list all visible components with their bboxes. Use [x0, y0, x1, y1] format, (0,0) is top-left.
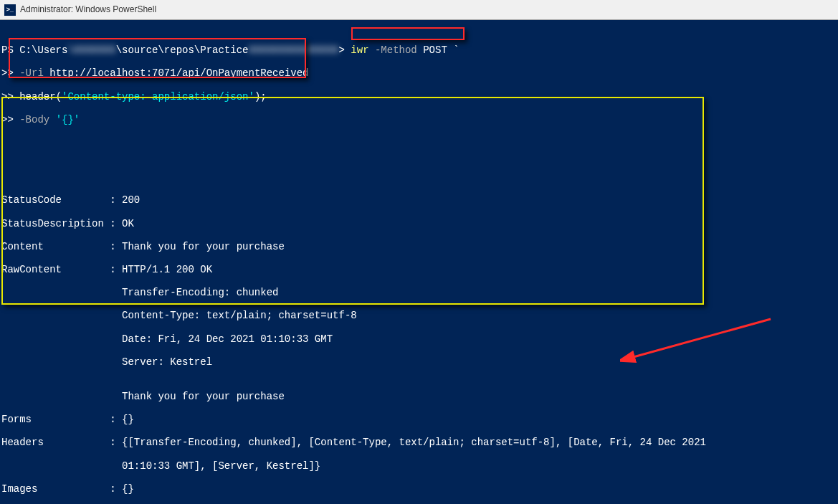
resp-statuscode: StatusCode : 200	[1, 194, 837, 206]
window-titlebar: >_ Administrator: Windows PowerShell	[0, 0, 838, 20]
iwr-cmd: iwr	[351, 44, 368, 56]
blurred-repo-suffix: XXXXXXXXXXXXXXX	[248, 44, 338, 56]
blurred-username: \XXXXXXX	[67, 44, 115, 56]
resp-date: Date: Fri, 24 Dec 2021 01:10:33 GMT	[1, 333, 837, 345]
resp-server: Server: Kestrel	[1, 356, 837, 368]
resp-headers2: 01:10:33 GMT], [Server, Kestrel]}	[1, 460, 837, 472]
window-title: Administrator: Windows PowerShell	[20, 5, 156, 15]
continuation-header[interactable]: >> header('Content-type: application/jso…	[1, 91, 837, 103]
highlight-box-iwr	[351, 27, 465, 40]
powershell-icon: >_	[4, 4, 16, 16]
resp-headers: Headers : {[Transfer-Encoding, chunked],…	[1, 437, 837, 448]
resp-thankyou: Thank you for your purchase	[1, 391, 837, 402]
resp-statusdesc: StatusDescription : OK	[1, 218, 837, 229]
continuation-uri[interactable]: >> -Uri http://localhost:7071/api/OnPaym…	[1, 67, 837, 79]
resp-rawcontent: RawContent : HTTP/1.1 200 OK	[1, 264, 837, 275]
prompt-line[interactable]: PS C:\Users\XXXXXXX\source\repos\Practic…	[1, 44, 837, 56]
resp-transferenc: Transfer-Encoding: chunked	[1, 287, 837, 298]
resp-contenttype: Content-Type: text/plain; charset=utf-8	[1, 310, 837, 321]
terminal-area[interactable]: PS C:\Users\XXXXXXX\source\repos\Practic…	[0, 20, 838, 504]
resp-forms: Forms : {}	[1, 414, 837, 425]
resp-content: Content : Thank you for your purchase	[1, 241, 837, 252]
continuation-body[interactable]: >> -Body '{}'	[1, 114, 837, 125]
resp-images: Images : {}	[1, 483, 837, 495]
